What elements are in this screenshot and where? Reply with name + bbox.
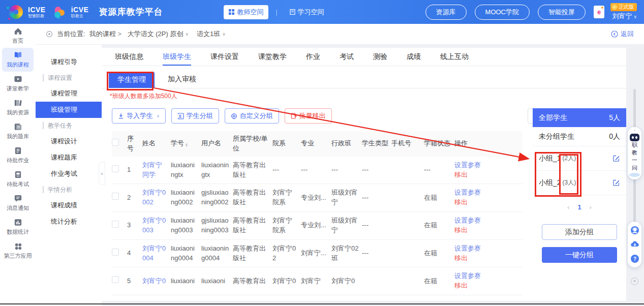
subtab-student-manage[interactable]: 学生管理 [109, 72, 155, 88]
auto-group-button[interactable]: 一键分组 [542, 247, 617, 263]
student-name-link[interactable]: 刘宵宁0004 [142, 240, 171, 267]
set-contest-link[interactable]: 设置参赛 [454, 161, 484, 170]
set-contest-link[interactable]: 设置参赛 [454, 271, 484, 281]
learn-space-button[interactable]: 学习空间 [285, 5, 329, 19]
sidebar-item-pending-homework[interactable]: 待批作业 [2, 143, 34, 167]
col-department: 院系 [272, 136, 301, 151]
ungrouped-students-row[interactable]: 未分组学生 0人 [533, 127, 626, 146]
student-name-link[interactable]: 刘宵宁0 [142, 272, 171, 290]
student-name-link[interactable]: 刘宵宁0002 [142, 184, 171, 211]
all-students-row[interactable]: 全部学生 5人 [533, 108, 626, 127]
remove-link[interactable]: 移出 [454, 226, 484, 235]
help-icon[interactable]: ? [630, 254, 639, 263]
sidebar-item-third-party-apps[interactable]: 第三方应用 [2, 239, 34, 263]
import-students-button[interactable]: 导入学生 ∨ [112, 108, 166, 124]
book-icon [290, 9, 295, 15]
sidebar-item-pending-exams[interactable]: 待批考试 [2, 167, 34, 191]
row-checkbox[interactable] [112, 165, 119, 172]
group-row[interactable]: 小组_2 (3人) [533, 171, 626, 195]
teacher-space-button[interactable]: 教师空间 [224, 5, 268, 19]
assistant-close-icon[interactable]: × [633, 129, 636, 133]
sidebar-item-data-statistics[interactable]: 数据统计 [2, 215, 34, 239]
menu-item-homework-exam[interactable]: 作业考试 [36, 166, 102, 182]
tab-classroom-teaching[interactable]: 课堂教学 [258, 48, 287, 66]
back-button[interactable]: 返回 [611, 29, 634, 39]
home-icon [14, 27, 22, 36]
sidebar-item-my-courses[interactable]: 我的课程 [2, 48, 34, 72]
menu-item-course-design[interactable]: 课程设计 [36, 133, 102, 149]
batch-remove-button[interactable]: 批量移出 [285, 108, 332, 124]
col-student-id[interactable]: 学号▲▼ [171, 136, 201, 151]
icve-zhihuizhijiao-logo-icon [9, 5, 23, 19]
remove-link[interactable]: 移出 [454, 198, 484, 207]
remove-link[interactable]: 移出 [454, 170, 484, 180]
breadcrumb-item-class[interactable]: 语文1班 [197, 29, 220, 39]
sort-icon[interactable]: ▲▼ [185, 143, 188, 147]
tab-online-interaction[interactable]: 线上互动 [440, 48, 469, 66]
student-name-link[interactable]: 刘宵宁同学 [142, 157, 171, 184]
breadcrumb-item-my-courses[interactable]: 我的课程 [89, 29, 116, 39]
menu-item-course-score[interactable]: 课程成绩 [36, 197, 102, 213]
open-book-icon [14, 51, 22, 59]
chevron-down-icon[interactable]: ∨ [222, 32, 226, 37]
sidebar-item-home[interactable]: 首页 [2, 24, 34, 48]
custom-grouping-button[interactable]: 自定义分组 [225, 108, 279, 124]
row-checkbox[interactable] [112, 221, 119, 228]
edit-group-icon[interactable] [612, 155, 620, 162]
set-contest-link[interactable]: 设置参赛 [454, 188, 484, 198]
icve-doc-icon[interactable]: e [594, 6, 604, 18]
tab-quiz[interactable]: 测验 [373, 48, 387, 66]
bar-chart-icon [14, 218, 22, 227]
sidebar-item-notifications[interactable]: 消息通知 [2, 191, 34, 215]
edit-group-icon[interactable] [612, 179, 620, 187]
menu-item-class-manage[interactable]: 班级管理 [36, 102, 102, 118]
sidebar-item-my-resources[interactable]: 我的资源 [2, 96, 34, 119]
group-row[interactable]: 小组_1 (2人) [533, 146, 626, 171]
user-menu[interactable]: 刘宵宁∨ [612, 12, 637, 21]
menu-item-course-guide[interactable]: 课程引导 [36, 54, 102, 70]
menu-item-statistics[interactable]: 统计分析 [36, 213, 102, 230]
table-header-row: 序号 姓名 学号▲▼ 用户名 所属学校/单位 院系 专业 行政班 学生类型 手机… [112, 131, 523, 157]
menu-item-course-bank[interactable]: 课程题库 [36, 149, 102, 166]
next-page-button[interactable]: › [590, 203, 592, 211]
page-number[interactable]: 1 [577, 203, 581, 211]
medal-icon [612, 5, 617, 10]
student-grouping-button[interactable]: 学生分组 [171, 108, 219, 124]
question-bank-icon [14, 123, 22, 131]
close-float-button[interactable]: × [631, 278, 638, 285]
add-group-button[interactable]: 添加分组 [542, 224, 617, 240]
mooc-college-button[interactable]: MOOC学院 [475, 5, 530, 20]
select-all-checkbox[interactable] [112, 139, 119, 146]
row-checkbox[interactable] [112, 249, 119, 256]
set-contest-link[interactable]: 设置参赛 [454, 216, 484, 226]
location-icon [46, 30, 53, 38]
sidebar-item-question-bank[interactable]: 我的题库 [2, 119, 34, 143]
course-menu-sidebar: 课程引导 课程设置 课程管理 班级管理 教学任务 课程设计 课程题库 作业考试 … [36, 45, 102, 306]
tab-homework[interactable]: 作业 [306, 48, 320, 66]
tab-class-info[interactable]: 班级信息 [115, 48, 143, 66]
row-checkbox[interactable] [112, 276, 119, 283]
class-tabs: 班级信息 班级学生 课件设置 课堂教学 作业 考试 测验 成绩 线上互动 [102, 48, 626, 66]
assistant-widget[interactable]: × 职 教 一 问 [628, 127, 641, 179]
breadcrumb-item-course[interactable]: 大学语文 (2P) 原创 [128, 29, 183, 39]
table-row: 4 刘宵宁0004 liuxiaoning0004 liuxiaoning000… [112, 240, 523, 268]
remove-link[interactable]: 移出 [454, 281, 484, 291]
set-contest-link[interactable]: 设置参赛 [454, 244, 484, 254]
sidebar-item-classroom-teaching[interactable]: 课堂教学 [2, 72, 34, 96]
row-checkbox[interactable] [112, 193, 119, 200]
resource-lib-button[interactable]: 资源库 [425, 5, 467, 20]
customer-support-icon[interactable] [630, 226, 639, 235]
prev-page-button[interactable]: ‹ [567, 203, 569, 211]
tab-grades[interactable]: 成绩 [407, 48, 421, 66]
cloud-download-icon[interactable] [630, 240, 639, 249]
sidebar-collapse-handle[interactable]: « [99, 162, 105, 185]
student-name-link[interactable]: 刘宵宁0003 [142, 212, 171, 239]
tab-courseware-settings[interactable]: 课件设置 [210, 48, 239, 66]
chevron-down-icon[interactable]: ∨ [185, 32, 189, 37]
smart-cast-button[interactable]: 智能投屏 [538, 5, 586, 20]
tab-exam[interactable]: 考试 [340, 48, 354, 66]
menu-item-course-manage[interactable]: 课程管理 [36, 85, 102, 102]
subtab-join-audit[interactable]: 加入审核 [168, 75, 196, 88]
remove-link[interactable]: 移出 [454, 254, 484, 263]
tab-class-students[interactable]: 班级学生 [163, 48, 191, 66]
